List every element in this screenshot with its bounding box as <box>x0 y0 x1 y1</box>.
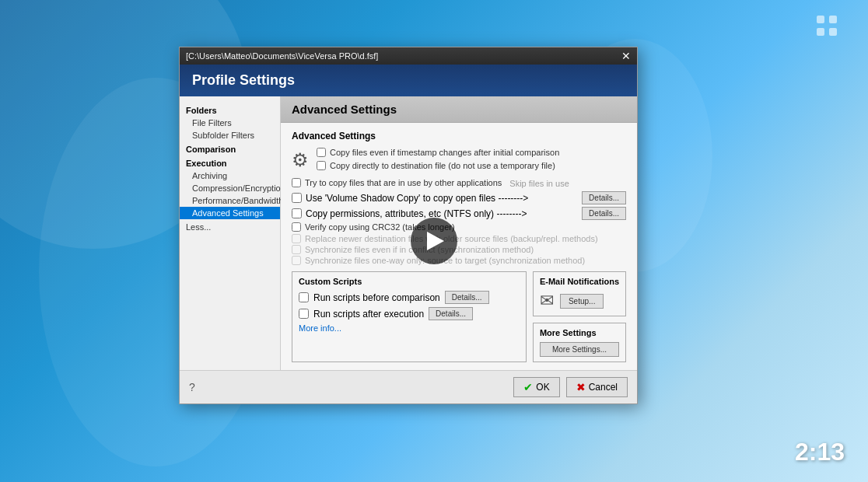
checkbox-volume-shadow[interactable] <box>292 193 302 203</box>
copy-permissions-row: Copy permissions, attributes, etc (NTFS … <box>292 207 626 220</box>
checkbox-try-copy-label: Try to copy files that are in use by oth… <box>305 178 502 187</box>
sidebar-section-execution: Execution <box>180 155 280 169</box>
checkbox-sync-one-way <box>292 256 301 265</box>
checkbox-copy-direct: Copy directly to destination file (do no… <box>317 161 559 170</box>
email-inner: ✉ Setup... <box>540 291 619 311</box>
title-bar-path: [C:\Users\Matteo\Documents\ViceVersa PRO… <box>186 51 378 61</box>
verify-copy-row: Verify copy using CRC32 (takes longer) <box>292 222 626 232</box>
checkbox-try-copy-input[interactable] <box>292 178 301 187</box>
gear-icon: ⚙ <box>292 149 309 171</box>
system-clock: 2:13 <box>795 438 845 466</box>
more-settings-button[interactable]: More Settings... <box>540 342 619 357</box>
desktop-icons <box>817 16 837 36</box>
section-title: Advanced Settings <box>292 131 626 141</box>
sidebar-less-more[interactable]: Less... <box>180 219 280 235</box>
more-settings-box: More Settings More Settings... <box>533 323 626 362</box>
details-button-scripts-after[interactable]: Details... <box>429 307 473 320</box>
dialog-footer: ? ✔ OK ✖ Cancel <box>180 370 637 403</box>
cancel-button[interactable]: ✖ Cancel <box>566 377 628 397</box>
more-info-link[interactable]: More info... <box>299 323 520 333</box>
details-button-scripts-before[interactable]: Details... <box>445 291 489 304</box>
copy-permissions-label: Copy permissions, attributes, etc (NTFS … <box>306 208 527 219</box>
script-before-row: Run scripts before comparison Details... <box>299 291 520 304</box>
bottom-sections: Custom Scripts Run scripts before compar… <box>292 271 626 362</box>
sidebar-section-folders: Folders <box>180 103 280 117</box>
sidebar-item-compression[interactable]: Compression/Encryption <box>180 182 280 194</box>
skip-files-label: Skip files in use <box>509 179 569 188</box>
ok-icon: ✔ <box>523 381 533 393</box>
email-notifications-title: E-Mail Notifications <box>540 277 619 286</box>
sidebar-item-advanced-settings[interactable]: Advanced Settings <box>180 207 280 219</box>
more-settings-title: More Settings <box>540 328 619 337</box>
sync-conflict-row: Synchronize files even if in conflict (s… <box>292 245 626 254</box>
gear-settings-row: ⚙ Copy files even if timestamp changes a… <box>292 148 626 172</box>
checkbox-copy-permissions[interactable] <box>292 208 302 218</box>
panel-header-title: Advanced Settings <box>292 103 397 116</box>
sidebar-item-subfolder-filters[interactable]: Subfolder Filters <box>180 129 280 141</box>
ok-button[interactable]: ✔ OK <box>513 377 559 397</box>
sidebar-item-performance[interactable]: Performance/Bandwidth <box>180 194 280 207</box>
checkbox-timestamp: Copy files even if timestamp changes aft… <box>317 148 559 157</box>
custom-scripts-box: Custom Scripts Run scripts before compar… <box>292 271 527 362</box>
scripts-before-label: Run scripts before comparison <box>313 292 440 303</box>
panel-header: Advanced Settings <box>281 96 637 123</box>
sync-one-way-row: Synchronize files one-way only: source t… <box>292 256 626 265</box>
volume-shadow-row: Use 'Volume Shadow Copy' to copy open fi… <box>292 191 626 204</box>
details-button-permissions[interactable]: Details... <box>582 207 626 220</box>
checkbox-scripts-before[interactable] <box>299 292 309 302</box>
main-content: Folders File Filters Subfolder Filters C… <box>180 96 637 370</box>
checkbox-copy-direct-label: Copy directly to destination file (do no… <box>330 161 555 170</box>
profile-header: Profile Settings <box>180 65 637 96</box>
try-copy-row: Try to copy files that are in use by oth… <box>292 178 626 189</box>
gear-options: Copy files even if timestamp changes aft… <box>317 148 559 172</box>
cancel-icon: ✖ <box>576 381 586 393</box>
setup-button[interactable]: Setup... <box>560 294 604 309</box>
checkbox-copy-direct-input[interactable] <box>317 161 326 170</box>
panel-body: Advanced Settings ⚙ Copy files even if t… <box>281 123 637 370</box>
copy-permissions-left: Copy permissions, attributes, etc (NTFS … <box>292 208 527 219</box>
right-panel: Advanced Settings Advanced Settings ⚙ Co… <box>281 96 637 370</box>
custom-scripts-title: Custom Scripts <box>299 277 520 286</box>
checkbox-timestamp-input[interactable] <box>317 148 326 157</box>
replace-newer-row: Replace newer destination files with old… <box>292 234 626 243</box>
checkbox-sync-conflict <box>292 245 301 254</box>
volume-shadow-label: Use 'Volume Shadow Copy' to copy open fi… <box>306 193 528 204</box>
email-icon: ✉ <box>540 291 554 311</box>
profile-settings-dialog: [C:\Users\Matteo\Documents\ViceVersa PRO… <box>179 47 638 404</box>
right-panels: E-Mail Notifications ✉ Setup... More Set… <box>533 271 626 362</box>
ok-label: OK <box>536 382 549 393</box>
checkbox-scripts-after[interactable] <box>299 309 309 319</box>
play-icon <box>427 232 444 250</box>
sidebar-section-comparison: Comparison <box>180 141 280 155</box>
sidebar: Folders File Filters Subfolder Filters C… <box>180 96 281 370</box>
checkbox-verify-copy[interactable] <box>292 222 301 232</box>
script-after-row: Run scripts after execution Details... <box>299 307 520 320</box>
play-button[interactable] <box>411 218 457 264</box>
help-button[interactable]: ? <box>189 381 195 393</box>
checkbox-try-copy: Try to copy files that are in use by oth… <box>292 178 502 187</box>
title-bar: [C:\Users\Matteo\Documents\ViceVersa PRO… <box>180 47 637 65</box>
checkbox-replace-newer <box>292 234 301 243</box>
email-notifications-box: E-Mail Notifications ✉ Setup... <box>533 271 626 316</box>
profile-title: Profile Settings <box>192 72 295 88</box>
sidebar-item-archiving[interactable]: Archiving <box>180 169 280 182</box>
cancel-label: Cancel <box>589 382 618 393</box>
sidebar-item-file-filters[interactable]: File Filters <box>180 117 280 129</box>
checkbox-timestamp-label: Copy files even if timestamp changes aft… <box>330 148 559 157</box>
scripts-after-label: Run scripts after execution <box>313 309 424 320</box>
footer-buttons: ✔ OK ✖ Cancel <box>513 377 628 397</box>
details-button-volume[interactable]: Details... <box>582 191 626 204</box>
volume-shadow-left: Use 'Volume Shadow Copy' to copy open fi… <box>292 193 528 204</box>
close-button[interactable]: ✕ <box>621 51 631 61</box>
